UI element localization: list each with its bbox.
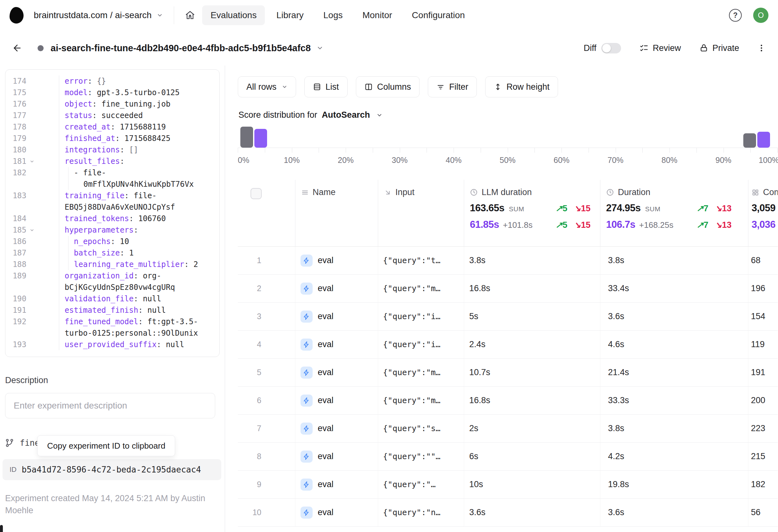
tab-logs[interactable]: Logs <box>315 5 351 25</box>
yaml-value: 1 <box>129 249 133 257</box>
yaml-value: ft:gpt-3.5- <box>147 317 198 326</box>
row-duration: 3.6s <box>600 312 624 321</box>
columns-icon <box>365 83 373 91</box>
nav-tabs: EvaluationsLibraryLogsMonitorConfigurati… <box>202 5 473 25</box>
duration-sum: 274.95s <box>606 202 641 214</box>
chevron-down-icon[interactable] <box>316 45 323 52</box>
created-note: Experiment created May 14, 2024 5:21 AM … <box>5 492 209 516</box>
table-row[interactable]: 4eval{"query":"i…2.4s4.6s119 <box>238 331 778 359</box>
description-input[interactable] <box>5 393 215 419</box>
list-icon <box>313 83 321 91</box>
scrollbar-thumb[interactable] <box>0 525 3 532</box>
avatar[interactable]: O <box>753 8 768 23</box>
table-cell: 33.3s <box>600 386 748 414</box>
code-line: 180integrations: [] <box>5 144 219 156</box>
row-name: eval <box>318 424 334 433</box>
experiment-title[interactable]: ai-search-fine-tune-4db2b490-e0e4-4fbb-a… <box>51 43 311 54</box>
zap-icon <box>301 478 313 491</box>
row-height-button[interactable]: Row height <box>485 76 558 97</box>
row-number: 8 <box>238 452 261 461</box>
table-cell: 3.6s <box>464 499 600 526</box>
checklist-icon <box>639 43 648 53</box>
kebab-icon <box>757 43 766 53</box>
table-row[interactable]: 2eval{"query":"m…16.8s33.4s196 <box>238 275 778 302</box>
table-row[interactable]: 10eval{"query":"n…3.6s3.6s56 <box>238 499 778 527</box>
regress-arrow-icon: ↘ <box>715 220 722 230</box>
score-distribution-header[interactable]: Score distribution for AutoSearch <box>238 110 778 120</box>
collapse-chevron-icon[interactable] <box>29 159 34 167</box>
table-row[interactable]: 1eval{"query":"t…3.8s3.8s68 <box>238 247 778 275</box>
row-llm-duration: 3.8s <box>464 256 485 265</box>
code-line: 189organization_id: org- <box>5 270 219 282</box>
header-llm-duration[interactable]: LLM duration 163.65s SUM ↗5↘15 61.85s +1… <box>464 180 600 246</box>
row-duration: 19.8s <box>600 479 629 490</box>
code-line: EBQ5j88DVaA6vXeUNOJCpYsf <box>5 201 219 213</box>
project-switcher[interactable]: braintrustdata.com / ai-search <box>34 10 163 20</box>
axis-tick-label: 50% <box>499 156 516 165</box>
header-input[interactable]: Input <box>378 180 464 246</box>
table-cell: 4 <box>238 331 295 358</box>
collapse-chevron-icon[interactable] <box>29 228 34 236</box>
code-line: 186n_epochs: 10 <box>5 236 219 247</box>
top-nav: braintrustdata.com / ai-search Evaluatio… <box>0 0 778 30</box>
row-input: {"query":""… <box>378 452 441 461</box>
code-line: 176object: fine_tuning.job <box>5 98 219 110</box>
yaml-key: created_at <box>65 122 111 131</box>
yaml-key: status <box>65 111 92 120</box>
table-row[interactable]: 6eval{"query":"m…16.8s33.3s200 <box>238 386 778 415</box>
diff-toggle[interactable] <box>601 43 621 54</box>
table-row[interactable]: 5eval{"query":"m…10.7s21.4s191 <box>238 359 778 386</box>
help-button[interactable]: ? <box>729 9 742 22</box>
yaml-value: org- <box>143 271 161 280</box>
columns-button[interactable]: Columns <box>356 76 420 97</box>
yaml-value: {} <box>97 77 106 86</box>
table-row[interactable]: 8eval{"query":""…6s4.2s215 <box>238 443 778 470</box>
line-number: 191 <box>5 304 26 316</box>
yaml-value: 10 <box>120 237 129 246</box>
tab-configuration[interactable]: Configuration <box>404 5 473 25</box>
experiment-id-pill[interactable]: ID b5a41d72-8596-4c72-beda-2c195daecac4 <box>3 459 221 480</box>
code-line: 177status: succeeded <box>5 110 219 121</box>
yaml-key: hyperparameters <box>65 226 134 235</box>
home-button[interactable] <box>185 10 195 20</box>
table-cell: 4.6s <box>600 331 748 358</box>
header-name[interactable]: Name <box>295 180 378 246</box>
select-all-checkbox[interactable] <box>250 188 262 199</box>
tab-library[interactable]: Library <box>268 5 312 25</box>
back-arrow-icon <box>12 43 22 53</box>
tab-monitor[interactable]: Monitor <box>354 5 400 25</box>
table-cell: 3.6s <box>600 499 748 526</box>
yaml-key: user_provided_suffix <box>65 340 157 349</box>
table-row[interactable]: 3eval{"query":"i…5s3.6s154 <box>238 302 778 331</box>
line-number: 183 <box>5 190 26 201</box>
all-rows-button[interactable]: All rows <box>238 76 296 97</box>
more-menu-button[interactable] <box>757 43 766 53</box>
table-row[interactable]: 7eval{"query":"s…2s3.8s223 <box>238 415 778 443</box>
yaml-key: finished_at <box>65 134 115 143</box>
table-row[interactable]: 9eval{"query":"…10s19.8s182 <box>238 470 778 499</box>
copy-id-tooltip: Copy experiment ID to clipboard <box>37 435 175 456</box>
indent-guide <box>68 259 68 270</box>
tab-evaluations[interactable]: Evaluations <box>202 5 265 25</box>
llm-avg: 61.85s <box>470 219 499 230</box>
table-cell: 16.8s <box>464 386 600 414</box>
table-cell: 1 <box>238 247 295 274</box>
columns-label: Columns <box>377 82 411 92</box>
code-line: 174error: {} <box>5 75 219 87</box>
yaml-key: batch_size <box>74 249 120 257</box>
filter-icon <box>437 83 445 91</box>
braintrust-logo-icon[interactable] <box>10 7 23 23</box>
header-completion[interactable]: Com 3,059 3,036 <box>748 180 778 246</box>
row-number: 7 <box>238 424 261 433</box>
back-button[interactable] <box>12 43 22 53</box>
header-duration[interactable]: Duration 274.95s SUM ↗7↘13 106.7s +168.2… <box>600 180 748 246</box>
table-header-row: Name Input LLM duration <box>238 180 778 247</box>
filter-button[interactable]: Filter <box>428 76 477 97</box>
sum-tag: SUM <box>509 205 524 213</box>
review-button[interactable]: Review <box>639 43 681 53</box>
results-table: Name Input LLM duration <box>238 180 778 527</box>
list-view-button[interactable]: List <box>304 76 347 97</box>
table-cell: eval <box>295 331 378 358</box>
axis-tick-label: 30% <box>392 156 407 165</box>
private-button[interactable]: Private <box>699 43 739 53</box>
